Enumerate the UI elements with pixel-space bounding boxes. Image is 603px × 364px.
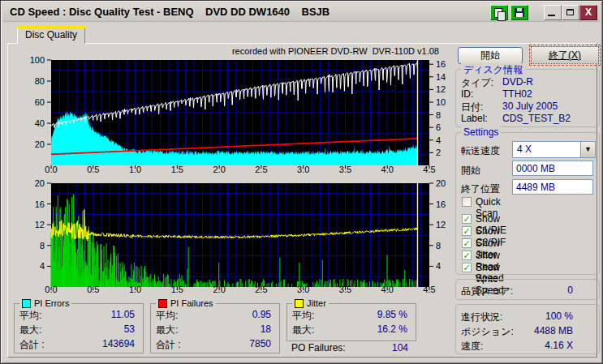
po-failures-row: PO Failures: 104 xyxy=(286,342,416,353)
exit-button[interactable]: 終了(X) xyxy=(531,46,599,64)
settings-group: Settings 転送速度 4 X ▼ 開始 終了位置 ✓ Quick Scan… xyxy=(455,132,600,275)
svg-text:60: 60 xyxy=(35,97,45,107)
progress-group: 進行状況: 100 % ポジション: 4488 MB 速度: 4.16 X xyxy=(455,304,600,354)
svg-text:8: 8 xyxy=(40,241,45,251)
quality-bottom-chart: 0.00.51.01.52.02.53.03.54.04.54812162048… xyxy=(7,176,455,299)
pi-errors-panel: PI Errors 平均:11.05 最大:53 合計 :143694 xyxy=(14,303,144,353)
pi-errors-swatch xyxy=(22,299,31,308)
svg-text:0.0: 0.0 xyxy=(45,165,57,174)
copy-button[interactable] xyxy=(490,5,508,20)
svg-text:1.0: 1.0 xyxy=(129,285,141,294)
svg-text:2.5: 2.5 xyxy=(255,165,267,174)
speed-value: 4 X xyxy=(517,143,532,155)
disc-info-row-id: ID: TTH02 xyxy=(461,88,594,100)
pi-failures-legend: PI Failures xyxy=(156,298,216,308)
svg-text:4.5: 4.5 xyxy=(423,285,435,294)
disc-date-value: 30 July 2005 xyxy=(502,101,558,112)
jitter-max: 16.2 % xyxy=(377,323,407,335)
start-button[interactable]: 開始 xyxy=(458,47,523,64)
end-pos-label: 終了位置 xyxy=(461,182,500,196)
svg-text:16: 16 xyxy=(436,199,446,209)
svg-text:2.0: 2.0 xyxy=(213,285,225,294)
tab-disc-quality[interactable]: Disc Quality xyxy=(17,26,85,44)
svg-text:80: 80 xyxy=(35,76,45,86)
svg-text:3.5: 3.5 xyxy=(339,165,351,174)
pif-total: 7850 xyxy=(249,338,271,349)
svg-text:20: 20 xyxy=(35,178,45,188)
position-value: 4488 MB xyxy=(534,325,573,336)
pif-avg: 0.95 xyxy=(252,309,271,320)
current-speed-label: 速度: xyxy=(461,340,483,353)
start-pos-input[interactable] xyxy=(512,161,593,176)
pi-failures-swatch xyxy=(158,299,167,308)
disc-info-row-date: 日付: 30 July 2005 xyxy=(461,101,594,112)
svg-text:8: 8 xyxy=(436,110,441,120)
jitter-panel: Jitter 平均:9.85 % 最大:16.2 % xyxy=(286,303,416,341)
svg-text:4: 4 xyxy=(436,135,441,145)
svg-text:4: 4 xyxy=(40,261,45,271)
checkbox-icon[interactable]: ✓ xyxy=(462,263,472,272)
svg-text:12: 12 xyxy=(35,220,45,229)
pie-total: 143694 xyxy=(102,338,135,349)
svg-text:12: 12 xyxy=(436,220,446,229)
svg-text:6: 6 xyxy=(436,122,441,132)
svg-text:100: 100 xyxy=(30,55,45,65)
chevron-down-icon[interactable]: ▼ xyxy=(580,142,595,157)
speed-select[interactable]: 4 X ▼ xyxy=(512,141,596,158)
checkbox-icon[interactable]: ✓ xyxy=(462,197,472,207)
save-button[interactable] xyxy=(510,5,528,20)
svg-text:16: 16 xyxy=(436,59,446,69)
svg-text:12: 12 xyxy=(436,84,446,94)
svg-text:4: 4 xyxy=(436,261,441,271)
pi-errors-title: PI Errors xyxy=(34,298,69,308)
svg-text:10: 10 xyxy=(436,97,446,107)
checkbox-icon[interactable]: ✓ xyxy=(462,238,472,248)
svg-text:8: 8 xyxy=(436,241,441,251)
svg-text:4.5: 4.5 xyxy=(423,165,435,174)
checkbox-icon[interactable]: ✓ xyxy=(462,251,472,260)
close-button[interactable]: X xyxy=(579,5,597,20)
disc-info-row-type: タイプ: DVD-R xyxy=(461,76,594,88)
close-icon: X xyxy=(585,6,592,18)
svg-text:20: 20 xyxy=(35,139,45,149)
progress-label: 進行状況: xyxy=(461,310,502,324)
pie-max: 53 xyxy=(124,323,135,335)
svg-text:3.0: 3.0 xyxy=(297,285,309,294)
svg-text:2: 2 xyxy=(436,148,441,157)
svg-text:4.0: 4.0 xyxy=(381,165,394,174)
svg-text:40: 40 xyxy=(35,118,45,128)
minimize-button[interactable] xyxy=(544,5,562,20)
svg-text:0.0: 0.0 xyxy=(45,285,57,294)
svg-text:2.5: 2.5 xyxy=(255,285,267,294)
save-icon xyxy=(515,8,524,17)
jitter-swatch xyxy=(295,299,304,308)
svg-text:1.5: 1.5 xyxy=(171,285,183,294)
po-failures-value: 104 xyxy=(392,342,408,353)
pi-failures-panel: PI Failures 平均:0.95 最大:18 合計 :7850 xyxy=(150,303,280,353)
svg-text:2.0: 2.0 xyxy=(213,165,225,174)
svg-text:20: 20 xyxy=(436,178,446,188)
end-pos-input[interactable] xyxy=(512,179,593,195)
disc-label-value: CDS_TEST_B2 xyxy=(502,113,571,124)
pi-failures-title: PI Failures xyxy=(170,298,213,308)
quality-score-group: 品質スコア: 0 xyxy=(455,279,600,300)
pi-errors-legend: PI Errors xyxy=(19,298,71,308)
progress-value: 100 % xyxy=(545,310,573,322)
svg-text:0.5: 0.5 xyxy=(87,165,99,174)
disc-type-value: DVD-R xyxy=(502,76,533,88)
start-pos-label: 開始 xyxy=(461,164,480,178)
copy-icon xyxy=(494,8,502,18)
po-failures-label: PO Failures: xyxy=(291,342,346,353)
app-window: CD Speed : Disc Quality Test - BENQ DVD … xyxy=(0,0,603,364)
maximize-button[interactable] xyxy=(562,5,579,20)
disc-id-label: ID: xyxy=(461,88,473,100)
disc-info-title: ディスク情報 xyxy=(461,63,525,77)
quality-top-chart: 0.00.51.01.52.02.53.03.54.04.52040608010… xyxy=(7,45,455,178)
svg-text:0.5: 0.5 xyxy=(87,285,99,294)
svg-text:1.0: 1.0 xyxy=(129,165,141,174)
checkbox-icon[interactable]: ✓ xyxy=(462,226,472,236)
titlebar: CD Speed : Disc Quality Test - BENQ DVD … xyxy=(3,3,600,22)
svg-text:14: 14 xyxy=(436,72,446,82)
checkbox-icon[interactable]: ✓ xyxy=(462,214,472,224)
pie-avg: 11.05 xyxy=(111,309,135,320)
